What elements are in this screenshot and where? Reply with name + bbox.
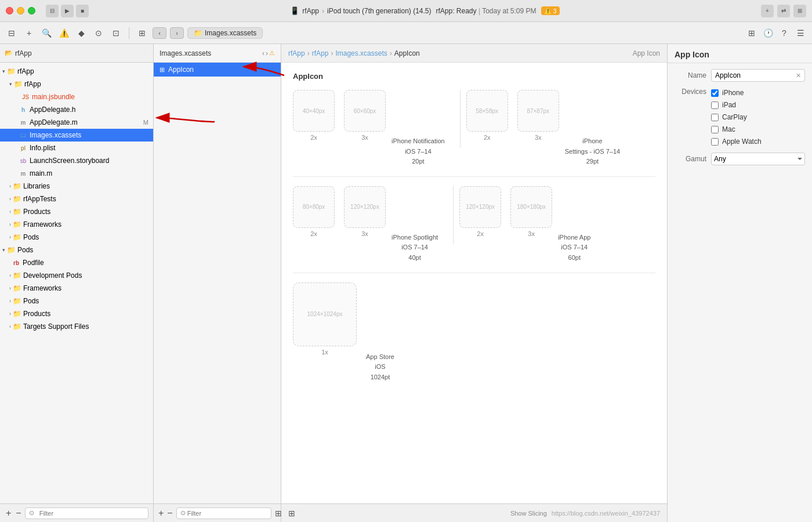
- icon-cell-58[interactable]: 58×58px 2x: [466, 90, 508, 141]
- inspector-toggle-button[interactable]: ⊞: [793, 5, 806, 17]
- name-input[interactable]: AppIcon ✕: [711, 69, 805, 82]
- minimize-button[interactable]: [17, 7, 24, 14]
- toolbar-toggle-button[interactable]: ⊟: [5, 26, 19, 40]
- sidebar-add-button[interactable]: +: [5, 508, 12, 519]
- app-window: ⊟ ▶ ■ 📱 rfApp › iPod touch (7th generati…: [0, 0, 812, 522]
- sidebar-item-launchscreen[interactable]: sb LaunchScreen.storyboard: [0, 154, 153, 167]
- warning-icon: ⚠: [269, 49, 275, 57]
- sidebar-item-appdelegate-h[interactable]: h AppDelegate.h: [0, 103, 153, 116]
- toolbar-right-btn3[interactable]: ?: [777, 26, 791, 40]
- toolbar-memory-button[interactable]: ⊡: [109, 26, 123, 40]
- sidebar-item-images-xcassets[interactable]: 🗂 Images.xcassets: [0, 129, 153, 142]
- carplay-checkbox[interactable]: [711, 114, 719, 121]
- mac-checkbox-row: Mac: [711, 124, 762, 135]
- toolbar-add-button[interactable]: +: [22, 26, 36, 40]
- asset-add-button[interactable]: +: [158, 508, 164, 519]
- asset-remove-button[interactable]: −: [167, 508, 172, 519]
- icon-row-1: 40×40px 2x 60×60px 3x iPhone Notificat: [293, 90, 655, 177]
- bc-rfapp2[interactable]: rfApp: [312, 49, 329, 57]
- toolbar-git-button[interactable]: ⊙: [92, 26, 106, 40]
- bc-sep2: ›: [331, 49, 333, 57]
- icon-cell-120-spotlight[interactable]: 120×120px 3x: [344, 186, 386, 237]
- device-selector[interactable]: 📱 rfApp › iPod touch (7th generation) (1…: [290, 6, 431, 15]
- iphone-checkbox[interactable]: [711, 89, 719, 97]
- icon-cell-60[interactable]: 60×60px 3x: [344, 90, 386, 141]
- toolbar-warning-button[interactable]: ⚠️: [57, 26, 71, 40]
- icon-cell-180[interactable]: 180×180px 3x: [510, 186, 552, 237]
- sidebar-item-pods-sub[interactable]: › 📁 Pods: [0, 295, 153, 307]
- icon-cell-120-app[interactable]: 120×120px 2x: [459, 186, 501, 237]
- sidebar-remove-button[interactable]: −: [14, 508, 22, 519]
- icon-cell-80[interactable]: 80×80px 2x: [293, 186, 335, 237]
- toolbar-right-btn4[interactable]: ☰: [793, 26, 807, 40]
- sidebar-item-main-jsbundle[interactable]: JS main.jsbundle: [0, 90, 153, 103]
- sidebar-item-frameworks-1[interactable]: › 📁 Frameworks: [0, 218, 153, 231]
- stop-button[interactable]: ■: [76, 5, 89, 17]
- folder-icon: 📁: [6, 67, 16, 76]
- main-area: 📂 rfApp ▾ 📁 rfApp ▾ 📁 rfApp: [0, 44, 812, 522]
- sidebar-item-products-1[interactable]: › 📁 Products: [0, 205, 153, 218]
- group-label-spotlight: iPhone Spotlight iOS 7–14 40pt: [392, 186, 438, 263]
- breadcrumb-tab[interactable]: 📁 Images.xcassets: [187, 27, 263, 39]
- sidebar-item-rfapp-root[interactable]: ▾ 📁 rfApp: [0, 65, 153, 78]
- applewatch-checkbox-row: Apple Watch: [711, 136, 762, 147]
- nav-forward-button[interactable]: ›: [170, 27, 184, 39]
- appicon-item[interactable]: ⊞ AppIcon: [154, 63, 281, 77]
- ipad-checkbox[interactable]: [711, 102, 719, 109]
- inspector-body: Name AppIcon ✕ Devices iPhone: [668, 63, 812, 171]
- sidebar-item-products-2[interactable]: › 📁 Products: [0, 307, 153, 320]
- nav-next-button[interactable]: ›: [266, 49, 268, 57]
- toolbar-grid-button[interactable]: ⊞: [135, 26, 149, 40]
- folder-icon: 📁: [12, 296, 21, 306]
- sidebar-item-info-plist[interactable]: pl Info.plist: [0, 142, 153, 154]
- toolbar-search-button[interactable]: 🔍: [39, 26, 53, 40]
- bc-images[interactable]: Images.xcassets: [335, 49, 387, 57]
- icon-cell-40[interactable]: 40×40px 2x: [293, 90, 335, 141]
- sidebar-item-rfapp-group[interactable]: ▾ 📁 rfApp: [0, 78, 153, 90]
- mac-checkbox[interactable]: [711, 126, 719, 133]
- sidebar-item-libraries[interactable]: › 📁 Libraries: [0, 180, 153, 193]
- sidebar-item-targets-support[interactable]: › 📁 Targets Support Files: [0, 320, 153, 333]
- sidebar-item-dev-pods[interactable]: › 📁 Development Pods: [0, 269, 153, 282]
- asset-content-title: AppIcon: [293, 72, 655, 81]
- clear-button[interactable]: ✕: [796, 72, 801, 79]
- storyboard-icon: sb: [19, 156, 28, 165]
- toolbar-right-btn2[interactable]: 🕐: [761, 26, 775, 40]
- sidebar-filter-input[interactable]: [36, 507, 144, 519]
- scale-label: 2x: [477, 230, 484, 237]
- toolbar-settings-button[interactable]: ◆: [74, 26, 88, 40]
- applewatch-checkbox[interactable]: [711, 138, 719, 146]
- nav-back-button[interactable]: ‹: [153, 27, 166, 39]
- toolbar-right-btn1[interactable]: ⊞: [745, 26, 759, 40]
- icon-cell-87[interactable]: 87×87px 3x: [517, 90, 559, 141]
- sidebar-item-pods-root[interactable]: ▾ 📁 Pods: [0, 244, 153, 256]
- sidebar-item-pods-item[interactable]: › 📁 Pods: [0, 231, 153, 244]
- sidebar-item-rfapptests[interactable]: › 📁 rfAppTests: [0, 193, 153, 205]
- icon-cell-1024[interactable]: 1024×1024px 1x: [293, 282, 357, 356]
- close-button[interactable]: [6, 7, 13, 14]
- sidebar-item-label: main.m: [30, 169, 153, 177]
- content-breadcrumb: rfApp › rfApp › Images.xcassets › AppIco…: [281, 44, 667, 63]
- sidebar-item-podfile[interactable]: rb Podfile: [0, 256, 153, 269]
- build-status: rfApp: Ready | Today at 5:09 PM: [436, 7, 536, 15]
- add-tab-button[interactable]: +: [761, 5, 774, 17]
- bottom-view-button[interactable]: ⊞: [288, 509, 295, 518]
- bc-rfapp[interactable]: rfApp: [288, 49, 305, 57]
- split-view-button[interactable]: ⇄: [777, 5, 790, 17]
- sidebar-footer: + − ⊙: [0, 503, 153, 522]
- fullscreen-button[interactable]: [28, 7, 35, 14]
- nav-prev-button[interactable]: ‹: [262, 49, 264, 57]
- sidebar-item-main-m[interactable]: m main.m: [0, 167, 153, 180]
- sidebar-item-frameworks-pods[interactable]: › 📁 Frameworks: [0, 282, 153, 295]
- gamut-select[interactable]: Any: [711, 153, 805, 165]
- run-button[interactable]: ▶: [61, 5, 74, 17]
- collapse-arrow: ›: [9, 298, 11, 304]
- warning-badge[interactable]: ⚠️ 3: [541, 6, 560, 15]
- asset-filter-input[interactable]: [187, 510, 267, 517]
- sidebar-item-label: AppDelegate.h: [30, 106, 153, 114]
- inspector-panel: App Icon Name AppIcon ✕ Devices: [667, 44, 812, 522]
- sidebar-toggle-button[interactable]: ⊟: [46, 5, 59, 17]
- sidebar-item-appdelegate-m[interactable]: m AppDelegate.m M: [0, 116, 153, 129]
- collapse-arrow: ›: [9, 183, 11, 189]
- asset-view-button[interactable]: ⊞: [275, 509, 282, 518]
